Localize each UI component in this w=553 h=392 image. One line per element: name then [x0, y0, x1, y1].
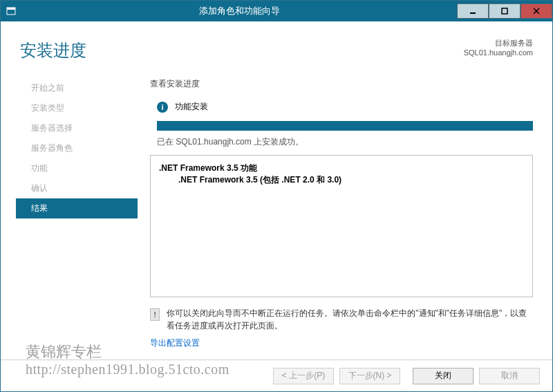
step-server-roles: 服务器角色 [31, 138, 133, 158]
flag-icon: ! [150, 308, 160, 321]
window-controls [457, 3, 552, 19]
wizard-footer: < 上一步(P) 下一步(N) > 关闭 取消 [1, 360, 552, 391]
feature-parent: .NET Framework 3.5 功能 [159, 162, 524, 174]
next-button: 下一步(N) > [339, 368, 400, 384]
step-results: 结果 [16, 198, 138, 218]
info-icon: i [157, 102, 168, 113]
page-title: 安装进度 [20, 39, 464, 62]
notice-text: 你可以关闭此向导而不中断正在运行的任务。请依次单击命令栏中的"通知"和"任务详细… [167, 307, 533, 332]
step-installation-type: 安装类型 [31, 98, 133, 118]
close-button[interactable]: 关闭 [413, 368, 474, 384]
install-status-label: 功能安装 [175, 101, 208, 113]
target-server-label: 目标服务器 [464, 38, 533, 48]
maximize-button[interactable] [489, 3, 521, 19]
progress-bar [157, 121, 533, 131]
step-server-selection: 服务器选择 [31, 118, 133, 138]
wizard-main: 查看安装进度 i 功能安装 已在 SQL01.huangjh.com 上安装成功… [133, 78, 538, 349]
step-before-you-begin: 开始之前 [31, 78, 133, 98]
wizard-window: 添加角色和功能向导 安装进度 目标服务器 SQL01.huangjh.com 开… [0, 0, 553, 392]
window-title: 添加角色和功能向导 [21, 5, 457, 17]
section-title: 查看安装进度 [150, 78, 538, 90]
export-configuration-link[interactable]: 导出配置设置 [150, 337, 200, 349]
svg-rect-3 [502, 8, 507, 14]
previous-button: < 上一步(P) [273, 368, 334, 384]
titlebar[interactable]: 添加角色和功能向导 [1, 1, 552, 21]
feature-child: .NET Framework 3.5 (包括 .NET 2.0 和 3.0) [159, 174, 524, 186]
wizard-header: 安装进度 目标服务器 SQL01.huangjh.com [1, 21, 552, 78]
step-features: 功能 [31, 158, 133, 178]
close-notice: ! 你可以关闭此向导而不中断正在运行的任务。请依次单击命令栏中的"通知"和"任务… [150, 307, 533, 332]
minimize-button[interactable] [457, 3, 489, 19]
wizard-steps-sidebar: 开始之前 安装类型 服务器选择 服务器角色 功能 确认 结果 [1, 78, 133, 349]
installed-features-box: .NET Framework 3.5 功能 .NET Framework 3.5… [150, 155, 533, 297]
cancel-button: 取消 [479, 368, 540, 384]
step-confirmation: 确认 [31, 178, 133, 198]
close-window-button[interactable] [521, 3, 552, 19]
svg-rect-1 [7, 8, 15, 10]
target-server-name: SQL01.huangjh.com [464, 48, 533, 57]
app-icon [1, 6, 21, 16]
install-status-message: 已在 SQL01.huangjh.com 上安装成功。 [157, 136, 538, 148]
